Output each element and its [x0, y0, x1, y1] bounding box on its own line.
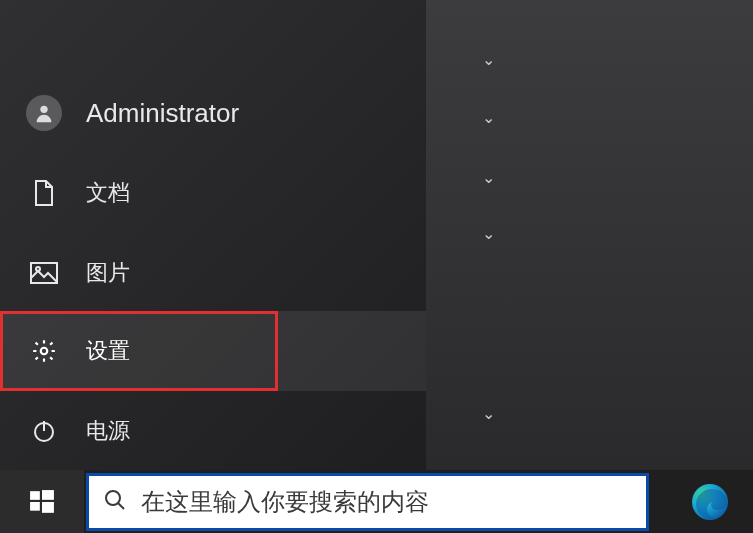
svg-rect-6	[30, 491, 40, 500]
start-menu-pictures[interactable]: 图片	[0, 246, 426, 300]
start-menu-documents[interactable]: 文档	[0, 166, 426, 220]
start-menu-panel: Administrator 文档 图片 设置 电源	[0, 0, 426, 470]
gear-icon	[26, 338, 62, 364]
taskbar: 在这里输入你要搜索的内容	[0, 470, 753, 533]
chevron-down-icon[interactable]: ⌄	[482, 50, 495, 69]
search-placeholder: 在这里输入你要搜索的内容	[141, 486, 429, 518]
svg-point-2	[36, 267, 40, 271]
menu-item-label: 图片	[86, 258, 130, 288]
taskbar-edge-button[interactable]	[685, 477, 735, 527]
search-icon	[103, 488, 127, 516]
chevron-down-icon[interactable]: ⌄	[482, 108, 495, 127]
svg-point-3	[41, 348, 48, 355]
svg-rect-8	[30, 502, 40, 511]
edge-icon	[690, 482, 730, 522]
document-icon	[26, 179, 62, 207]
user-name-label: Administrator	[86, 98, 239, 129]
taskbar-search-input[interactable]: 在这里输入你要搜索的内容	[86, 473, 649, 531]
svg-point-0	[40, 106, 47, 113]
chevron-down-icon[interactable]: ⌄	[482, 224, 495, 243]
user-account-button[interactable]: Administrator	[0, 86, 239, 140]
svg-line-11	[118, 503, 124, 509]
svg-rect-9	[42, 502, 54, 513]
windows-logo-icon	[29, 489, 55, 515]
svg-rect-7	[42, 490, 54, 500]
user-avatar-icon	[26, 95, 62, 131]
start-button[interactable]	[0, 470, 84, 533]
menu-item-label: 文档	[86, 178, 130, 208]
menu-item-label: 电源	[86, 416, 130, 446]
start-menu-power[interactable]: 电源	[0, 404, 130, 458]
desktop-background-right: Si... ⌄ ⌄ ⌄ ⌄ ⌄	[426, 0, 753, 470]
menu-item-label: 设置	[86, 336, 130, 366]
svg-point-10	[106, 491, 120, 505]
power-icon	[26, 419, 62, 443]
pictures-icon	[26, 262, 62, 284]
start-menu-settings[interactable]: 设置	[0, 311, 426, 391]
chevron-down-icon[interactable]: ⌄	[482, 404, 495, 423]
chevron-down-icon[interactable]: ⌄	[482, 168, 495, 187]
